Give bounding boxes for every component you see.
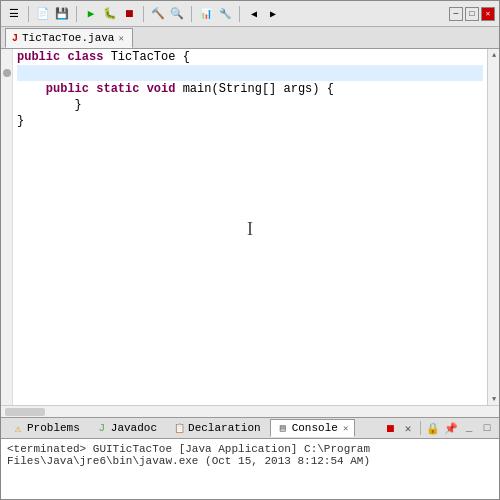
scroll-up-button[interactable]: ▲	[488, 49, 499, 61]
console-terminated-line: <terminated> GUITicTacToe [Java Applicat…	[7, 443, 493, 467]
app-window: ☰ 📄 💾 ▶ 🐛 ⏹ 🔨 🔍 📊 🔧 ◀ ▶ ─ □	[0, 0, 500, 500]
tab-javadoc[interactable]: J Javadoc	[89, 419, 164, 437]
space-3b	[139, 81, 146, 97]
minimize-button[interactable]: ─	[449, 7, 463, 21]
breakpoint-marker[interactable]	[3, 69, 11, 77]
maximize-button[interactable]: □	[465, 7, 479, 21]
kw-class: class	[67, 49, 103, 65]
menu-icon: ☰	[9, 7, 19, 20]
tool2-icon: 🔧	[219, 8, 231, 20]
search-button[interactable]: 🔍	[168, 5, 186, 23]
run-button[interactable]: ▶	[82, 5, 100, 23]
console-label: Console	[292, 422, 338, 434]
editor-tab-tictactoe[interactable]: J TicTacToe.java ✕	[5, 28, 133, 48]
tab-problems[interactable]: ⚠ Problems	[5, 419, 87, 437]
gutter-row-1	[1, 49, 12, 65]
main-toolbar: ☰ 📄 💾 ▶ 🐛 ⏹ 🔨 🔍 📊 🔧 ◀ ▶ ─ □	[1, 1, 499, 27]
maximize-view-icon: □	[484, 422, 491, 434]
sep5	[239, 6, 240, 22]
run-tools: ▶ 🐛 ⏹	[82, 5, 138, 23]
menu-button[interactable]: ☰	[5, 5, 23, 23]
i-cursor: I	[17, 129, 483, 329]
search-icon: 🔍	[170, 7, 184, 20]
nav-tools: ◀ ▶	[245, 5, 282, 23]
tool1[interactable]: 📊	[197, 5, 215, 23]
sep3	[143, 6, 144, 22]
remove-icon: ✕	[405, 422, 412, 435]
horizontal-scrollbar[interactable]	[1, 405, 499, 417]
javadoc-icon: J	[96, 422, 108, 434]
console-close-icon[interactable]: ✕	[343, 423, 348, 434]
terminate-icon: ⏹	[385, 422, 396, 435]
debug-button[interactable]: 🐛	[101, 5, 119, 23]
console-icon: ▤	[277, 422, 289, 434]
tab-console[interactable]: ▤ Console ✕	[270, 419, 356, 437]
hscroll-thumb[interactable]	[5, 408, 45, 416]
gutter-row-4	[1, 97, 12, 113]
maximize-view-button[interactable]: □	[479, 420, 495, 436]
build-tools: 🔨 🔍	[149, 5, 186, 23]
editor-area: public class TicTacToe { public static v…	[1, 49, 499, 405]
save-icon: 💾	[55, 7, 69, 20]
declaration-icon: 📋	[173, 422, 185, 434]
kw-public-3: public	[46, 81, 89, 97]
scroll-lock-icon: 🔒	[426, 422, 440, 435]
pin-button[interactable]: 📌	[443, 420, 459, 436]
space-3a	[89, 81, 96, 97]
space-1	[60, 49, 67, 65]
sep-console	[420, 421, 421, 435]
close-icon: ✕	[486, 9, 491, 18]
scroll-lock-button[interactable]: 🔒	[425, 420, 441, 436]
java-file-icon: J	[12, 33, 18, 44]
pin-icon: 📌	[444, 422, 458, 435]
sep1	[28, 6, 29, 22]
stop-button[interactable]: ⏹	[120, 5, 138, 23]
tab-close-icon[interactable]: ✕	[118, 33, 123, 44]
terminate-button[interactable]: ⏹	[382, 420, 398, 436]
run-icon: ▶	[88, 7, 95, 20]
forward-icon: ▶	[270, 8, 276, 20]
kw-public-1: public	[17, 49, 60, 65]
tool1-icon: 📊	[200, 8, 212, 20]
maximize-icon: □	[470, 9, 475, 18]
scroll-track[interactable]	[488, 61, 499, 393]
kw-void: void	[147, 81, 176, 97]
remove-launch-button[interactable]: ✕	[400, 420, 416, 436]
classname: TicTacToe {	[103, 49, 189, 65]
console-actions: ⏹ ✕ 🔒 📌 _ □	[382, 420, 495, 436]
new-icon: 📄	[36, 7, 50, 20]
debug-icon: 🐛	[103, 7, 117, 20]
problems-icon: ⚠	[12, 422, 24, 434]
close-button[interactable]: ✕	[481, 7, 495, 21]
stop-icon: ⏹	[124, 7, 135, 20]
extra-tools: 📊 🔧	[197, 5, 234, 23]
code-line-4: }	[17, 97, 483, 113]
save-button[interactable]: 💾	[53, 5, 71, 23]
minimize-icon: ─	[454, 9, 459, 18]
tab-label: TicTacToe.java	[22, 32, 114, 44]
tab-declaration[interactable]: 📋 Declaration	[166, 419, 268, 437]
indent-4: }	[17, 97, 82, 113]
scroll-down-button[interactable]: ▼	[488, 393, 499, 405]
editor-tab-bar: J TicTacToe.java ✕	[1, 27, 499, 49]
back-icon: ◀	[251, 8, 257, 20]
left-gutter	[1, 49, 13, 405]
bottom-tab-bar: ⚠ Problems J Javadoc 📋 Declaration ▤ Con…	[1, 417, 499, 439]
minimize-view-icon: _	[466, 422, 473, 434]
cursor-symbol: I	[247, 221, 253, 237]
problems-label: Problems	[27, 422, 80, 434]
new-button[interactable]: 📄	[34, 5, 52, 23]
gutter-row-2	[1, 65, 12, 81]
minimize-view-button[interactable]: _	[461, 420, 477, 436]
code-line-2	[17, 65, 483, 81]
main-sig: main(String[] args) {	[175, 81, 333, 97]
build-button[interactable]: 🔨	[149, 5, 167, 23]
close-brace: }	[17, 113, 24, 129]
vertical-scrollbar[interactable]: ▲ ▼	[487, 49, 499, 405]
sep4	[191, 6, 192, 22]
back-button[interactable]: ◀	[245, 5, 263, 23]
code-editor[interactable]: public class TicTacToe { public static v…	[13, 49, 487, 405]
forward-button[interactable]: ▶	[264, 5, 282, 23]
tool2[interactable]: 🔧	[216, 5, 234, 23]
javadoc-label: Javadoc	[111, 422, 157, 434]
